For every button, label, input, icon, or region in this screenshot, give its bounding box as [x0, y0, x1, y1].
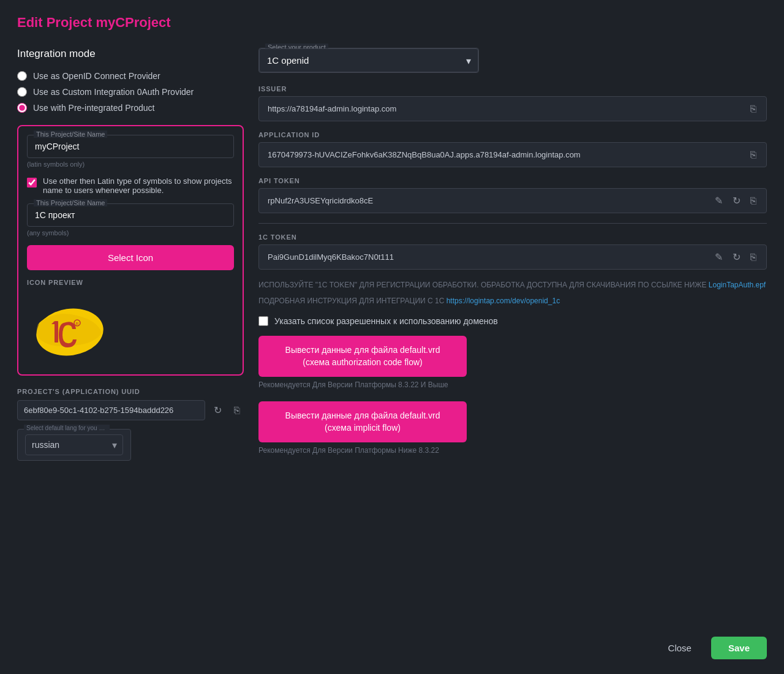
- token-1c-label: 1C TOKEN: [258, 233, 767, 241]
- issuer-field: ISSUER https://a78194af-admin.logintap.c…: [258, 85, 767, 121]
- token-1c-refresh-button[interactable]: ↻: [729, 249, 744, 265]
- uuid-copy-button[interactable]: ⎘: [230, 403, 244, 418]
- app-id-field: APPLICATION ID 1670479973-hUVACIZeFohkv6…: [258, 131, 767, 167]
- domain-checkbox[interactable]: [258, 316, 268, 326]
- alt-site-name-label: This Project/Site Name: [34, 199, 107, 206]
- alt-site-name-hint: (any symbols): [27, 229, 234, 237]
- uuid-label: PROJECT'S (APPLICATION) UUID: [17, 388, 244, 395]
- instruction-link[interactable]: https://logintap.com/dev/openid_1c: [447, 297, 560, 305]
- radio-openid[interactable]: Use as OpenID Connect Provider: [17, 71, 244, 81]
- lang-label: Select default lang for you u…: [24, 425, 110, 431]
- product-select-wrapper[interactable]: 1C openid: [259, 48, 478, 72]
- token-1c-icons: ✎ ↻ ⎘: [705, 249, 766, 265]
- export-btn-implicit[interactable]: Вывести данные для файла default.vrd (сх…: [258, 401, 467, 442]
- api-token-copy-button[interactable]: ⎘: [747, 193, 760, 209]
- site-name-field: This Project/Site Name (latin symbols on…: [27, 135, 234, 168]
- save-button[interactable]: Save: [711, 637, 767, 659]
- icon-preview-label: ICON PREVIEW: [27, 279, 234, 286]
- app-id-label: APPLICATION ID: [258, 131, 767, 138]
- download-link[interactable]: LoginTapAuth.epf: [709, 281, 766, 289]
- icon-preview-section: ICON PREVIEW: [27, 279, 234, 366]
- radio-preintegrated[interactable]: Use with Pre-integrated Product: [17, 103, 244, 113]
- project-settings-box: This Project/Site Name (latin symbols on…: [17, 125, 244, 376]
- site-name-input[interactable]: [28, 135, 233, 157]
- site-name-hint: (latin symbols only): [27, 161, 234, 168]
- divider-1: [258, 223, 767, 224]
- uuid-row: 6ebf80e9-50c1-4102-b275-1594baddd226 ↻ ⎘: [17, 400, 244, 420]
- alt-name-checkbox-row: Use other then Latin type of symbols to …: [27, 176, 234, 195]
- alt-site-name-field: This Project/Site Name (any symbols): [27, 203, 234, 237]
- lang-select-wrapper[interactable]: russian english: [25, 434, 123, 455]
- app-id-value: 1670479973-hUVACIZeFohkv6aK38ZNqBqB8ua0A…: [259, 143, 741, 167]
- select-icon-button[interactable]: Select Icon: [27, 245, 234, 270]
- api-token-row: rpNuf2rA3USEYqricidrdko8cE ✎ ↻ ⎘: [258, 188, 767, 213]
- app-id-row: 1670479973-hUVACIZeFohkv6aK38ZNqBqB8ua0A…: [258, 142, 767, 167]
- uuid-value: 6ebf80e9-50c1-4102-b275-1594baddd226: [17, 400, 205, 420]
- svg-text:R: R: [76, 322, 79, 326]
- api-token-icons: ✎ ↻ ⎘: [705, 192, 766, 209]
- uuid-refresh-button[interactable]: ↻: [210, 402, 225, 418]
- alt-name-checkbox-label: Use other then Latin type of symbols to …: [43, 176, 234, 195]
- api-token-value: rpNuf2rA3USEYqricidrdko8cE: [259, 189, 705, 213]
- api-token-label: API TOKEN: [258, 177, 767, 184]
- note-instruction: ПОДРОБНАЯ ИНСТРУКЦИЯ ДЛЯ ИНТЕГРАЦИИ С 1С…: [258, 295, 767, 306]
- radio-openid-input[interactable]: [17, 71, 27, 81]
- radio-custom[interactable]: Use as Custom Integration 0Auth Provider: [17, 87, 244, 97]
- right-panel: Select your product 1C openid ISSUER htt…: [258, 48, 767, 467]
- domain-checkbox-row: Указать список разрешенных к использован…: [258, 316, 767, 326]
- export-note-1: Рекомендуется Для Версии Платформы 8.3.2…: [258, 381, 767, 389]
- token-1c-copy-button[interactable]: ⎘: [747, 249, 760, 265]
- integration-mode-radio-group: Use as OpenID Connect Provider Use as Cu…: [17, 71, 244, 113]
- issuer-row: https://a78194af-admin.logintap.com ⎘: [258, 96, 767, 121]
- alt-name-checkbox[interactable]: [27, 178, 37, 187]
- logo-1c-icon: R: [33, 298, 107, 360]
- token-1c-field: 1C TOKEN Pai9GunD1dilMyq6KBakoc7N0t111 ✎…: [258, 233, 767, 270]
- app-id-copy-button[interactable]: ⎘: [747, 147, 760, 163]
- radio-preintegrated-input[interactable]: [17, 103, 27, 113]
- api-token-edit-button[interactable]: ✎: [711, 192, 726, 209]
- lang-section: Select default lang for you u… russian e…: [17, 429, 244, 461]
- token-1c-edit-button[interactable]: ✎: [711, 249, 726, 265]
- page-title: Edit Project myCProject: [17, 15, 767, 31]
- close-button[interactable]: Close: [656, 637, 704, 659]
- issuer-copy-button[interactable]: ⎘: [747, 101, 760, 117]
- token-1c-value: Pai9GunD1dilMyq6KBakoc7N0t111: [259, 245, 705, 269]
- domain-checkbox-label: Указать список разрешенных к использован…: [274, 316, 498, 326]
- issuer-icons: ⎘: [741, 101, 766, 117]
- app-id-icons: ⎘: [741, 147, 766, 163]
- issuer-label: ISSUER: [258, 85, 767, 93]
- uuid-section: PROJECT'S (APPLICATION) UUID 6ebf80e9-50…: [17, 388, 244, 420]
- icon-preview-box: R: [27, 292, 113, 366]
- integration-mode-title: Integration mode: [17, 48, 244, 60]
- note-1c-token: ИСПОЛЬЗУЙТЕ "1С TOKEN" ДЛЯ РЕГИСТРАЦИИ О…: [258, 279, 767, 290]
- radio-custom-input[interactable]: [17, 87, 27, 97]
- product-select-group: Select your product 1C openid: [258, 48, 767, 73]
- token-1c-row: Pai9GunD1dilMyq6KBakoc7N0t111 ✎ ↻ ⎘: [258, 244, 767, 270]
- lang-select[interactable]: russian english: [25, 434, 123, 455]
- bottom-bar: Close Save: [656, 637, 767, 659]
- alt-site-name-input[interactable]: [28, 204, 233, 226]
- product-select[interactable]: 1C openid: [259, 48, 478, 72]
- export-note-2: Рекомендуется Для Версии Платформы Ниже …: [258, 446, 767, 455]
- svg-rect-2: [55, 321, 58, 343]
- issuer-value: https://a78194af-admin.logintap.com: [259, 97, 741, 121]
- site-name-label: This Project/Site Name: [34, 131, 107, 138]
- export-btn-authorization[interactable]: Вывести данные для файла default.vrd (сх…: [258, 336, 467, 377]
- api-token-refresh-button[interactable]: ↻: [729, 192, 744, 209]
- left-panel: Integration mode Use as OpenID Connect P…: [17, 48, 244, 461]
- api-token-field: API TOKEN rpNuf2rA3USEYqricidrdko8cE ✎ ↻…: [258, 177, 767, 213]
